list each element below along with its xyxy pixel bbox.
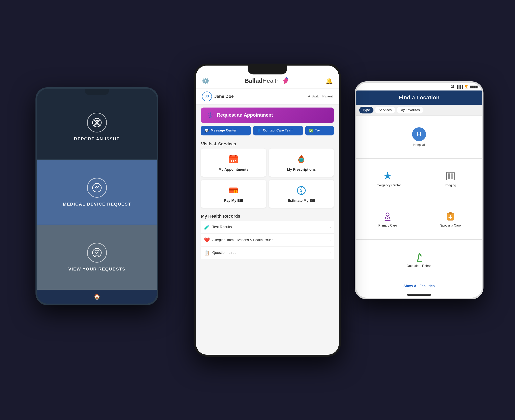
logo-light: Health	[262, 77, 280, 84]
medical-label: MEDICAL DEVICE REQUEST	[63, 202, 131, 207]
show-all-label: Show All Facilities	[403, 284, 435, 288]
report-label: REPORT AN ISSUE	[74, 136, 120, 142]
home-icon: 🏠	[93, 293, 100, 300]
user-avatar: JD	[202, 91, 212, 101]
tab-favorites[interactable]: My Favorites	[397, 107, 423, 113]
hospital-icon: H	[412, 127, 426, 141]
left-content: REPORT AN ISSUE MEDICAL DEVICE REQUEST	[37, 95, 157, 290]
requests-circle-icon	[87, 243, 107, 262]
emergency-icon	[382, 171, 393, 182]
my-appointments-card[interactable]: My Appointments	[201, 149, 266, 177]
right-header: Find a Location	[356, 90, 482, 105]
scene: REPORT AN ISSUE MEDICAL DEVICE REQUEST	[20, 12, 495, 408]
svg-rect-12	[230, 155, 231, 157]
report-section[interactable]: REPORT AN ISSUE	[37, 95, 157, 160]
prescriptions-label: My Prescriptions	[287, 167, 316, 172]
prescriptions-icon	[296, 153, 307, 165]
svg-point-15	[233, 160, 234, 161]
brand-bird-icon	[281, 76, 290, 85]
my-prescriptions-card[interactable]: My Prescriptions	[269, 149, 334, 177]
emergency-center-cell[interactable]: Emergency Center	[356, 159, 419, 199]
left-home-bar[interactable]: 🏠	[37, 290, 157, 304]
allergies-chevron: ›	[330, 238, 331, 242]
health-records-title: My Health Records	[196, 211, 339, 221]
svg-text:$: $	[235, 190, 236, 193]
right-tabs: Type Services My Favorites	[356, 105, 482, 115]
left-phone: REPORT AN ISSUE MEDICAL DEVICE REQUEST	[36, 87, 158, 305]
imaging-cell[interactable]: Imaging	[419, 159, 482, 199]
show-all-facilities-button[interactable]: Show All Facilities	[356, 280, 482, 292]
pay-bill-card[interactable]: $ Pay My Bill	[201, 180, 266, 208]
allergies-left: ❤️ Allergies, Immunizations & Health Iss…	[204, 237, 273, 243]
appointments-icon	[228, 153, 239, 165]
request-appointment-button[interactable]: ⚕️ Request an Appointment	[201, 107, 334, 123]
center-notch	[248, 66, 287, 75]
rehab-label: Outpatient Rehab	[407, 264, 431, 268]
tab-services[interactable]: Services	[375, 107, 395, 113]
gear-button[interactable]: ⚙️	[202, 77, 209, 84]
message-label: Message Center	[211, 128, 237, 133]
gear-icon: ⚙️	[202, 78, 209, 84]
user-info: JD Jane Doe	[202, 91, 234, 101]
medical-circle-icon	[87, 178, 107, 198]
switch-icon: ⇄	[307, 94, 310, 98]
test-results-chevron: ›	[330, 225, 331, 229]
svg-point-16	[235, 160, 236, 161]
report-circle-icon	[87, 113, 107, 133]
svg-rect-11	[229, 157, 238, 158]
home-indicator	[407, 294, 431, 296]
tab-type[interactable]: Type	[359, 107, 373, 113]
svg-line-35	[418, 253, 419, 261]
location-type-grid: H Hospital Emergency Center Imaging	[356, 115, 482, 280]
primary-care-label: Primary Care	[378, 224, 397, 227]
appointment-label: Request an Appointment	[217, 112, 273, 118]
message-icon: 💬	[205, 128, 209, 133]
switch-patient-button[interactable]: ⇄ Switch Patient	[307, 94, 333, 98]
hospital-label: Hospital	[413, 143, 425, 147]
primary-care-cell[interactable]: Primary Care	[356, 199, 419, 240]
hospital-cell[interactable]: H Hospital	[356, 115, 482, 159]
estimate-bill-card[interactable]: $ Estimate My Bill	[269, 180, 334, 208]
svg-text:$: $	[300, 188, 302, 193]
questionnaires-chevron: ›	[330, 251, 331, 255]
visits-section-title: Visits & Services	[196, 138, 339, 149]
allergies-icon: ❤️	[204, 237, 210, 243]
allergies-item[interactable]: ❤️ Allergies, Immunizations & Health Iss…	[201, 234, 334, 247]
allergies-label: Allergies, Immunizations & Health Issues	[212, 238, 273, 242]
logo-bold: Ballad	[245, 77, 262, 84]
appointment-icon: ⚕️	[207, 112, 214, 118]
todo-button[interactable]: ✅ To-	[305, 126, 334, 135]
test-results-icon: 🧪	[204, 224, 210, 230]
svg-rect-32	[449, 212, 452, 214]
bell-button[interactable]: 🔔	[325, 77, 333, 84]
medical-section[interactable]: MEDICAL DEVICE REQUEST	[37, 160, 157, 225]
right-phone: 25 ▐▐▐ 📶 ▮▮▮▮ Find a Location Type Servi…	[355, 81, 484, 299]
questionnaires-label: Questionnaires	[212, 251, 236, 255]
test-results-label: Test Results	[212, 225, 232, 229]
rehab-icon	[414, 251, 425, 262]
outpatient-rehab-cell[interactable]: Outpatient Rehab	[356, 240, 482, 280]
requests-section[interactable]: VIEW YOUR REQUESTS	[37, 225, 157, 290]
svg-point-14	[231, 160, 232, 161]
svg-point-17	[231, 161, 232, 162]
todo-icon: ✅	[309, 128, 313, 133]
test-results-item[interactable]: 🧪 Test Results ›	[201, 221, 334, 234]
svg-rect-21	[229, 189, 238, 190]
specialty-care-cell[interactable]: Specialty Care	[419, 199, 482, 240]
primary-care-icon	[382, 211, 393, 222]
estimate-bill-label: Estimate My Bill	[288, 199, 315, 203]
quick-buttons-row: 💬 Message Center 👤 Contact Care Team ✅ T…	[196, 126, 339, 138]
specialty-care-label: Specialty Care	[440, 224, 461, 227]
message-center-button[interactable]: 💬 Message Center	[201, 126, 251, 135]
todo-label: To-	[315, 128, 320, 133]
imaging-label: Imaging	[445, 184, 456, 187]
requests-label: VIEW YOUR REQUESTS	[68, 267, 126, 272]
contact-care-team-button[interactable]: 👤 Contact Care Team	[253, 126, 303, 135]
visits-grid: My Appointments My Prescriptions	[196, 149, 339, 211]
questionnaires-item[interactable]: 📋 Questionnaires ›	[201, 247, 334, 259]
find-location-title: Find a Location	[399, 94, 440, 101]
questionnaires-icon: 📋	[204, 250, 210, 256]
status-time: 25	[451, 85, 454, 89]
health-records-list: 🧪 Test Results › ❤️ Allergies, Immunizat…	[196, 221, 339, 259]
battery-icon: ▮▮▮▮	[470, 84, 478, 89]
